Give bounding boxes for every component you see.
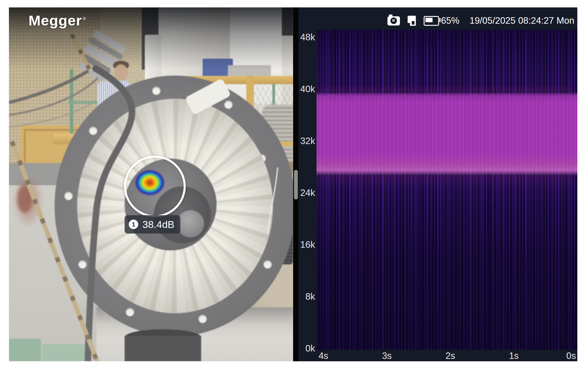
status-bar: IR 65% 19/05/2025 08:24:27 Mon — [387, 15, 574, 26]
datetime-text: 19/05/2025 08:24:27 Mon — [470, 15, 574, 26]
panel-divider — [293, 7, 298, 361]
freq-label-32k: 32k — [298, 136, 315, 146]
freq-label-24k: 24k — [298, 188, 315, 198]
time-label-0s: 0s — [566, 351, 576, 361]
spectrogram-panel[interactable]: IR 65% 19/05/2025 08:24:27 Mon 48k 40k 3… — [298, 7, 577, 361]
freq-label-8k: 8k — [298, 292, 315, 302]
battery-icon — [424, 16, 439, 26]
measurement-value: 38.4dB — [142, 215, 174, 234]
battery-nub — [439, 18, 441, 22]
battery-fill — [425, 18, 433, 22]
acoustic-camera-app: Megger® 1 38.4dB IR 65% 19/05/2025 08:24… — [0, 0, 588, 369]
intensity-shading — [317, 30, 577, 350]
time-label-1s: 1s — [509, 351, 519, 361]
divider-handle[interactable] — [294, 170, 298, 199]
spectrogram-plot[interactable] — [317, 30, 577, 350]
freq-label-48k: 48k — [298, 32, 315, 42]
time-label-2s: 2s — [446, 351, 455, 361]
ir-camera-icon: IR — [387, 16, 400, 25]
sd-card-icon — [408, 16, 416, 26]
time-label-3s: 3s — [382, 351, 392, 361]
high-intensity-band — [317, 91, 577, 176]
freq-label-16k: 16k — [298, 240, 315, 250]
battery-percent: 65% — [441, 15, 460, 26]
megger-logo: Megger® — [28, 12, 86, 29]
freq-label-0k: 0k — [298, 344, 315, 354]
measurement-label[interactable]: 1 38.4dB — [125, 215, 180, 234]
measurement-ring[interactable] — [124, 156, 186, 217]
trademark-mark: ® — [83, 16, 86, 21]
time-label-4s: 4s — [319, 351, 328, 361]
measurement-badge: 1 — [129, 220, 138, 229]
freq-label-40k: 40k — [298, 84, 315, 94]
camera-panel[interactable]: Megger® 1 38.4dB — [9, 7, 293, 361]
camera-lens-icon: IR — [390, 17, 397, 24]
